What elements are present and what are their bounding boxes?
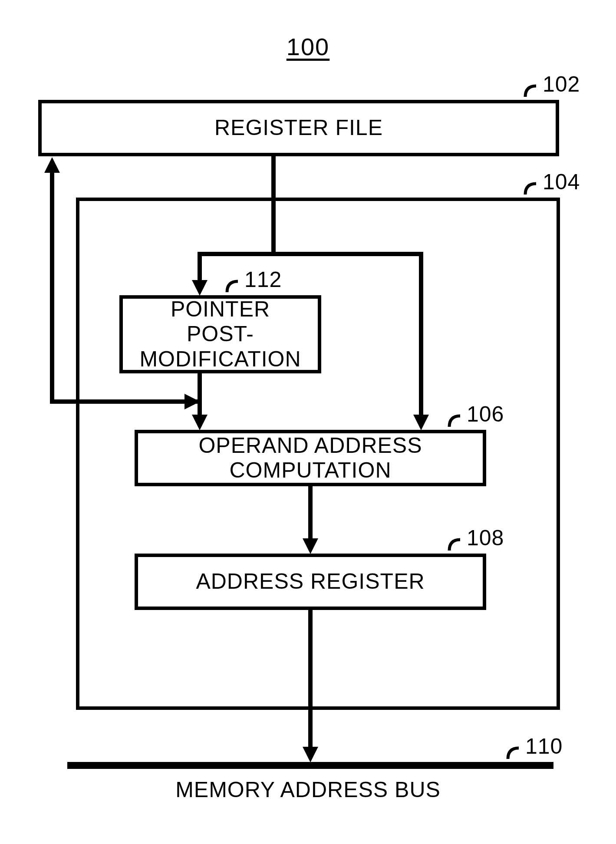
ref-hook-106 xyxy=(447,412,464,429)
connector xyxy=(198,252,202,282)
pointer-label-line2: POST-MODIFICATION xyxy=(123,322,318,372)
operand-address-block: OPERAND ADDRESS COMPUTATION xyxy=(135,430,486,486)
connector xyxy=(308,610,313,749)
address-register-label: ADDRESS REGISTER xyxy=(196,569,425,594)
register-file-block: REGISTER FILE xyxy=(38,100,559,156)
pointer-label-line1: POINTER xyxy=(123,297,318,322)
ref-104: 104 xyxy=(543,169,580,195)
arrowhead xyxy=(303,747,318,762)
ref-108: 108 xyxy=(467,525,504,551)
connector xyxy=(50,171,54,404)
connector xyxy=(50,399,202,404)
memory-bus-label: MEMORY ADDRESS BUS xyxy=(175,777,441,802)
diagram-title: 100 xyxy=(287,33,329,61)
connector xyxy=(271,156,276,254)
address-register-block: ADDRESS REGISTER xyxy=(135,554,486,610)
ref-102: 102 xyxy=(543,72,580,97)
ref-hook-102 xyxy=(523,82,540,99)
arrowhead xyxy=(192,280,208,296)
connector xyxy=(308,486,313,541)
arrowhead xyxy=(192,415,208,430)
arrowhead xyxy=(303,538,318,554)
arrowhead xyxy=(184,394,200,409)
ref-hook-108 xyxy=(447,535,464,553)
ref-106: 106 xyxy=(467,402,504,427)
connector xyxy=(419,252,423,417)
operand-address-label: OPERAND ADDRESS COMPUTATION xyxy=(138,433,483,483)
arrowhead xyxy=(413,415,429,430)
connector xyxy=(198,252,423,256)
register-file-label: REGISTER FILE xyxy=(214,115,383,141)
ref-110: 110 xyxy=(525,734,563,759)
ref-hook-104 xyxy=(523,179,540,197)
ref-hook-112 xyxy=(225,277,242,294)
ref-hook-110 xyxy=(506,744,523,761)
ref-112: 112 xyxy=(244,267,282,292)
memory-bus-line xyxy=(67,762,553,769)
pointer-post-mod-block: POINTER POST-MODIFICATION xyxy=(119,295,321,373)
arrowhead xyxy=(44,157,60,173)
